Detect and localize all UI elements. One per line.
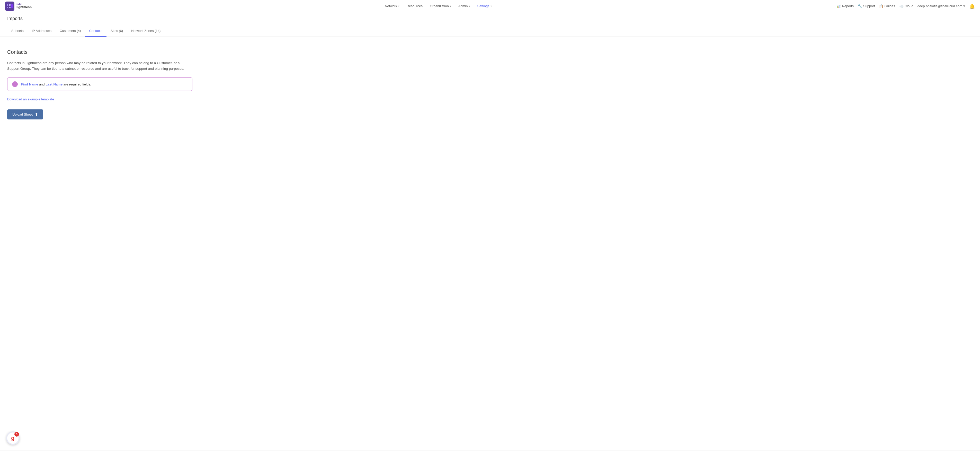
svg-rect-4 [9,7,11,8]
nav-cloud[interactable]: ☁️ Cloud [899,4,913,8]
tabs-container: Subnets IP Addresses Customers (4) Conta… [0,25,980,37]
info-banner: i First Name and Last Name are required … [7,78,192,91]
nav-network[interactable]: Network ▾ [382,3,402,10]
support-icon: 🔧 [858,4,862,8]
field2-highlight: Last Name [46,82,62,86]
nav-admin[interactable]: Admin ▾ [455,3,473,10]
nav-organization[interactable]: Organization ▾ [427,3,454,10]
user-menu[interactable]: deep.bhalotia@tidalcloud.com ▾ [918,4,965,8]
svg-rect-2 [7,7,8,8]
section-title: Contacts [7,49,224,55]
page-title: Imports [7,16,973,21]
notification-bell-icon[interactable]: 🔔 [969,3,975,9]
nav-support[interactable]: 🔧 Support [858,4,875,8]
chevron-down-icon: ▾ [490,5,492,8]
logo-lightmesh: lightmesh [16,6,32,9]
tab-customers[interactable]: Customers (4) [56,25,85,37]
cloud-icon: ☁️ [899,4,904,8]
chevron-down-icon: ▾ [963,4,965,8]
logo[interactable]: tidal lightmesh [5,2,32,11]
section-description: Contacts in Lightmesh are any person who… [7,60,192,71]
reports-icon: 📊 [837,4,841,8]
info-icon: i [12,81,18,87]
upload-icon: ⬆ [35,112,38,117]
upload-button-label: Upload Sheet [12,113,33,116]
chat-widget[interactable]: g 3 [6,432,19,445]
chat-widget-inner: g 3 [7,432,19,444]
nav-settings[interactable]: Settings ▾ [474,3,495,10]
guides-icon: 📋 [879,4,883,8]
field1-highlight: First Name [21,82,38,86]
nav-guides[interactable]: 📋 Guides [879,4,895,8]
svg-rect-5 [11,4,13,8]
page-header: Imports [0,12,980,25]
tab-network-zones[interactable]: Network Zones (14) [127,25,165,37]
main-nav: Network ▾ Resources Organization ▾ Admin… [40,3,837,10]
upload-sheet-button[interactable]: Upload Sheet ⬆ [7,109,43,120]
info-suffix: are required fields. [64,82,91,86]
svg-rect-3 [9,4,11,6]
nav-resources[interactable]: Resources [404,3,426,10]
chat-letter: g [11,435,14,441]
download-template-link[interactable]: Download an example template [7,97,54,101]
navbar: tidal lightmesh Network ▾ Resources Orga… [0,0,980,12]
tab-subnets[interactable]: Subnets [7,25,28,37]
user-email: deep.bhalotia@tidalcloud.com [918,4,962,8]
info-and: and [39,82,46,86]
chat-badge: 3 [14,432,19,437]
chevron-down-icon: ▾ [469,5,470,8]
chevron-down-icon: ▾ [398,5,399,8]
tab-sites[interactable]: Sites (6) [107,25,127,37]
main-content: Subnets IP Addresses Customers (4) Conta… [0,25,980,451]
navbar-right: 📊 Reports 🔧 Support 📋 Guides ☁️ Cloud de… [837,3,975,9]
tab-contacts[interactable]: Contacts [85,25,106,37]
tab-ip-addresses[interactable]: IP Addresses [28,25,56,37]
nav-reports[interactable]: 📊 Reports [837,4,854,8]
contacts-content: Contacts Contacts in Lightmesh are any p… [0,37,232,132]
chevron-down-icon: ▾ [450,5,451,8]
svg-rect-1 [7,4,8,6]
svg-rect-0 [5,2,14,11]
info-banner-text: First Name and Last Name are required fi… [21,82,91,86]
